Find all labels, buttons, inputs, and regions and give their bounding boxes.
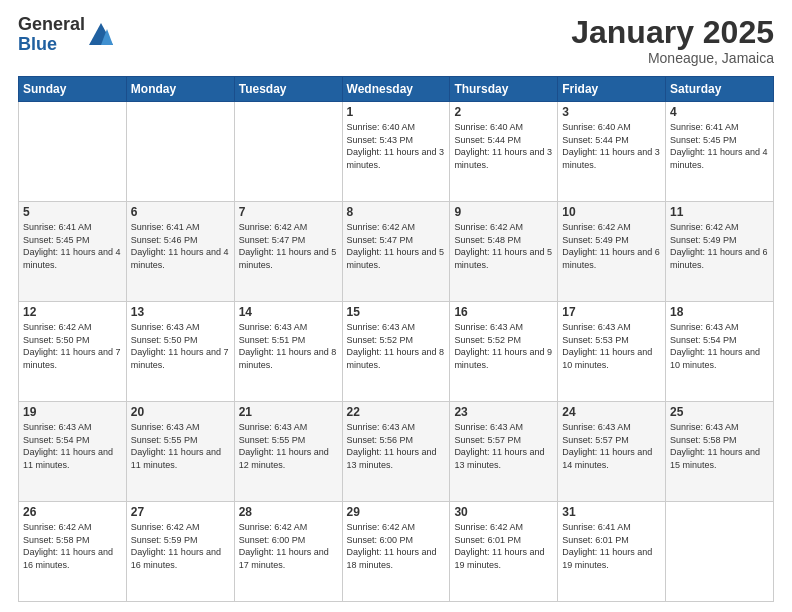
header-sunday: Sunday (19, 77, 127, 102)
table-row (666, 502, 774, 602)
logo: General Blue (18, 15, 115, 55)
table-row: 6Sunrise: 6:41 AM Sunset: 5:46 PM Daylig… (126, 202, 234, 302)
day-number: 30 (454, 505, 553, 519)
day-number: 24 (562, 405, 661, 419)
header-friday: Friday (558, 77, 666, 102)
table-row: 25Sunrise: 6:43 AM Sunset: 5:58 PM Dayli… (666, 402, 774, 502)
day-number: 25 (670, 405, 769, 419)
header: General Blue January 2025 Moneague, Jama… (18, 15, 774, 66)
day-info: Sunrise: 6:43 AM Sunset: 5:55 PM Dayligh… (131, 421, 230, 471)
day-number: 31 (562, 505, 661, 519)
day-number: 10 (562, 205, 661, 219)
day-number: 5 (23, 205, 122, 219)
day-info: Sunrise: 6:43 AM Sunset: 5:53 PM Dayligh… (562, 321, 661, 371)
day-number: 28 (239, 505, 338, 519)
table-row (234, 102, 342, 202)
day-number: 27 (131, 505, 230, 519)
title-area: January 2025 Moneague, Jamaica (571, 15, 774, 66)
day-info: Sunrise: 6:43 AM Sunset: 5:50 PM Dayligh… (131, 321, 230, 371)
day-number: 16 (454, 305, 553, 319)
day-number: 26 (23, 505, 122, 519)
day-number: 20 (131, 405, 230, 419)
header-saturday: Saturday (666, 77, 774, 102)
logo-blue: Blue (18, 35, 85, 55)
day-info: Sunrise: 6:42 AM Sunset: 5:49 PM Dayligh… (670, 221, 769, 271)
day-info: Sunrise: 6:42 AM Sunset: 5:48 PM Dayligh… (454, 221, 553, 271)
table-row: 12Sunrise: 6:42 AM Sunset: 5:50 PM Dayli… (19, 302, 127, 402)
table-row: 19Sunrise: 6:43 AM Sunset: 5:54 PM Dayli… (19, 402, 127, 502)
day-info: Sunrise: 6:43 AM Sunset: 5:57 PM Dayligh… (562, 421, 661, 471)
day-number: 29 (347, 505, 446, 519)
day-number: 7 (239, 205, 338, 219)
day-info: Sunrise: 6:43 AM Sunset: 5:56 PM Dayligh… (347, 421, 446, 471)
day-info: Sunrise: 6:42 AM Sunset: 5:47 PM Dayligh… (347, 221, 446, 271)
table-row: 2Sunrise: 6:40 AM Sunset: 5:44 PM Daylig… (450, 102, 558, 202)
table-row: 31Sunrise: 6:41 AM Sunset: 6:01 PM Dayli… (558, 502, 666, 602)
header-thursday: Thursday (450, 77, 558, 102)
calendar-week-4: 19Sunrise: 6:43 AM Sunset: 5:54 PM Dayli… (19, 402, 774, 502)
day-info: Sunrise: 6:43 AM Sunset: 5:55 PM Dayligh… (239, 421, 338, 471)
day-number: 15 (347, 305, 446, 319)
day-number: 19 (23, 405, 122, 419)
day-number: 8 (347, 205, 446, 219)
day-info: Sunrise: 6:43 AM Sunset: 5:54 PM Dayligh… (670, 321, 769, 371)
logo-general: General (18, 15, 85, 35)
day-number: 1 (347, 105, 446, 119)
day-number: 4 (670, 105, 769, 119)
day-info: Sunrise: 6:41 AM Sunset: 5:46 PM Dayligh… (131, 221, 230, 271)
table-row: 1Sunrise: 6:40 AM Sunset: 5:43 PM Daylig… (342, 102, 450, 202)
calendar-week-5: 26Sunrise: 6:42 AM Sunset: 5:58 PM Dayli… (19, 502, 774, 602)
table-row: 17Sunrise: 6:43 AM Sunset: 5:53 PM Dayli… (558, 302, 666, 402)
day-info: Sunrise: 6:40 AM Sunset: 5:44 PM Dayligh… (562, 121, 661, 171)
day-number: 6 (131, 205, 230, 219)
day-number: 14 (239, 305, 338, 319)
table-row: 28Sunrise: 6:42 AM Sunset: 6:00 PM Dayli… (234, 502, 342, 602)
table-row (19, 102, 127, 202)
table-row: 20Sunrise: 6:43 AM Sunset: 5:55 PM Dayli… (126, 402, 234, 502)
logo-text: General Blue (18, 15, 85, 55)
table-row: 10Sunrise: 6:42 AM Sunset: 5:49 PM Dayli… (558, 202, 666, 302)
day-info: Sunrise: 6:43 AM Sunset: 5:58 PM Dayligh… (670, 421, 769, 471)
table-row: 30Sunrise: 6:42 AM Sunset: 6:01 PM Dayli… (450, 502, 558, 602)
day-number: 2 (454, 105, 553, 119)
header-tuesday: Tuesday (234, 77, 342, 102)
table-row: 21Sunrise: 6:43 AM Sunset: 5:55 PM Dayli… (234, 402, 342, 502)
day-info: Sunrise: 6:41 AM Sunset: 5:45 PM Dayligh… (670, 121, 769, 171)
table-row: 5Sunrise: 6:41 AM Sunset: 5:45 PM Daylig… (19, 202, 127, 302)
table-row: 8Sunrise: 6:42 AM Sunset: 5:47 PM Daylig… (342, 202, 450, 302)
table-row: 18Sunrise: 6:43 AM Sunset: 5:54 PM Dayli… (666, 302, 774, 402)
table-row: 15Sunrise: 6:43 AM Sunset: 5:52 PM Dayli… (342, 302, 450, 402)
day-number: 12 (23, 305, 122, 319)
table-row: 7Sunrise: 6:42 AM Sunset: 5:47 PM Daylig… (234, 202, 342, 302)
table-row: 27Sunrise: 6:42 AM Sunset: 5:59 PM Dayli… (126, 502, 234, 602)
table-row: 13Sunrise: 6:43 AM Sunset: 5:50 PM Dayli… (126, 302, 234, 402)
calendar-week-1: 1Sunrise: 6:40 AM Sunset: 5:43 PM Daylig… (19, 102, 774, 202)
header-wednesday: Wednesday (342, 77, 450, 102)
day-info: Sunrise: 6:42 AM Sunset: 6:01 PM Dayligh… (454, 521, 553, 571)
calendar-header-row: Sunday Monday Tuesday Wednesday Thursday… (19, 77, 774, 102)
table-row: 11Sunrise: 6:42 AM Sunset: 5:49 PM Dayli… (666, 202, 774, 302)
day-info: Sunrise: 6:43 AM Sunset: 5:54 PM Dayligh… (23, 421, 122, 471)
calendar-week-2: 5Sunrise: 6:41 AM Sunset: 5:45 PM Daylig… (19, 202, 774, 302)
day-number: 23 (454, 405, 553, 419)
day-info: Sunrise: 6:42 AM Sunset: 6:00 PM Dayligh… (239, 521, 338, 571)
day-number: 13 (131, 305, 230, 319)
day-number: 22 (347, 405, 446, 419)
location: Moneague, Jamaica (571, 50, 774, 66)
day-number: 9 (454, 205, 553, 219)
day-info: Sunrise: 6:42 AM Sunset: 5:50 PM Dayligh… (23, 321, 122, 371)
table-row: 9Sunrise: 6:42 AM Sunset: 5:48 PM Daylig… (450, 202, 558, 302)
page: General Blue January 2025 Moneague, Jama… (0, 0, 792, 612)
calendar-week-3: 12Sunrise: 6:42 AM Sunset: 5:50 PM Dayli… (19, 302, 774, 402)
table-row: 24Sunrise: 6:43 AM Sunset: 5:57 PM Dayli… (558, 402, 666, 502)
day-number: 21 (239, 405, 338, 419)
table-row: 29Sunrise: 6:42 AM Sunset: 6:00 PM Dayli… (342, 502, 450, 602)
month-title: January 2025 (571, 15, 774, 50)
table-row: 26Sunrise: 6:42 AM Sunset: 5:58 PM Dayli… (19, 502, 127, 602)
day-info: Sunrise: 6:41 AM Sunset: 6:01 PM Dayligh… (562, 521, 661, 571)
day-info: Sunrise: 6:42 AM Sunset: 5:49 PM Dayligh… (562, 221, 661, 271)
table-row: 14Sunrise: 6:43 AM Sunset: 5:51 PM Dayli… (234, 302, 342, 402)
table-row: 4Sunrise: 6:41 AM Sunset: 5:45 PM Daylig… (666, 102, 774, 202)
day-info: Sunrise: 6:42 AM Sunset: 5:47 PM Dayligh… (239, 221, 338, 271)
table-row (126, 102, 234, 202)
